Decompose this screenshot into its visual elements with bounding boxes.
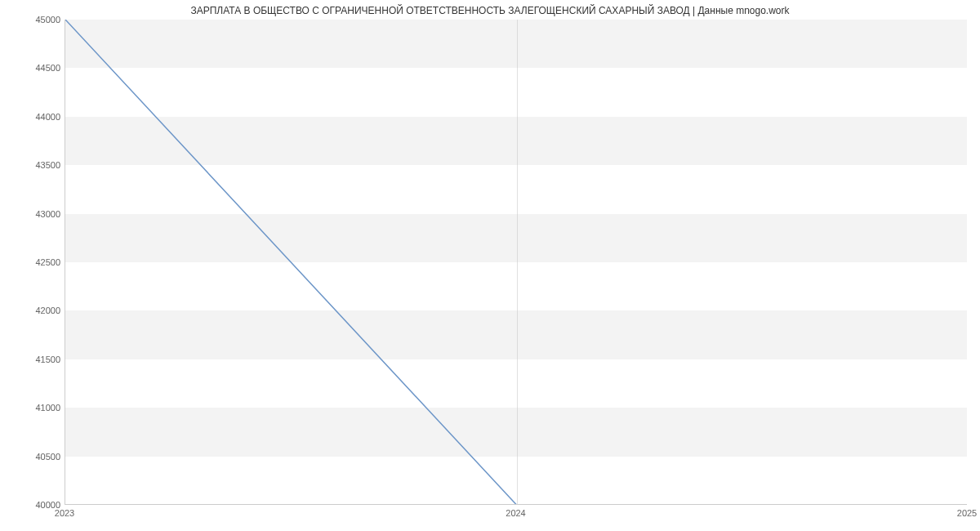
y-tick-label: 43500 <box>3 160 60 170</box>
y-tick-label: 44000 <box>3 112 60 122</box>
data-line <box>65 20 967 505</box>
y-tick-label: 44500 <box>3 63 60 73</box>
y-tick-label: 42500 <box>3 257 60 267</box>
x-tick-label: 2024 <box>506 508 525 518</box>
chart-title: ЗАРПЛАТА В ОБЩЕСТВО С ОГРАНИЧЕННОЙ ОТВЕТ… <box>0 5 980 16</box>
y-tick-label: 41500 <box>3 355 60 364</box>
plot-area <box>65 20 967 505</box>
y-tick-label: 45000 <box>3 15 60 25</box>
data-line-layer <box>65 20 967 504</box>
y-tick-label: 43000 <box>3 209 60 219</box>
x-tick-label: 2023 <box>55 508 74 518</box>
chart-container: ЗАРПЛАТА В ОБЩЕСТВО С ОГРАНИЧЕННОЙ ОТВЕТ… <box>0 0 980 531</box>
x-tick-label: 2025 <box>957 508 977 518</box>
y-tick-label: 40000 <box>3 500 60 510</box>
y-tick-label: 41000 <box>3 403 60 413</box>
y-tick-label: 42000 <box>3 306 60 315</box>
y-tick-label: 40500 <box>3 452 60 462</box>
